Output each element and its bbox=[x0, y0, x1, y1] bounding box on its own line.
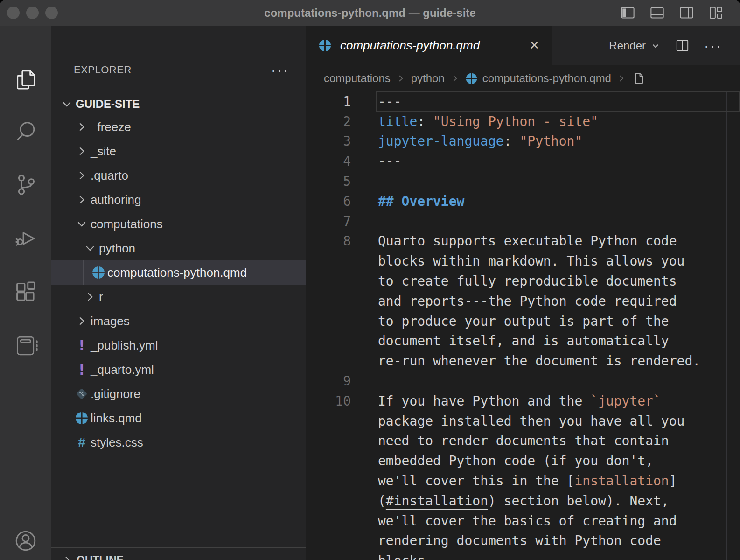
line-number: 8 bbox=[306, 233, 351, 249]
chevron-down-icon bbox=[60, 97, 74, 111]
activity-item-account[interactable] bbox=[13, 528, 39, 554]
editor-more-actions-icon[interactable]: ··· bbox=[704, 43, 722, 48]
tree-item-computations[interactable]: computations bbox=[51, 212, 306, 236]
code-line-wrap: to produce your output is part of the bbox=[306, 311, 740, 331]
chevron-right-icon bbox=[76, 121, 88, 133]
account-icon bbox=[13, 528, 38, 553]
activity-item-source-control[interactable] bbox=[13, 172, 39, 198]
tree-item-r[interactable]: r bbox=[51, 285, 306, 309]
quarto-file-icon bbox=[465, 72, 478, 85]
activity-item-search[interactable] bbox=[13, 118, 39, 144]
tree-item-freeze[interactable]: _freeze bbox=[51, 115, 306, 139]
chevron-right-icon bbox=[84, 291, 96, 303]
line-number: 10 bbox=[306, 393, 351, 409]
tree-root-guide-site[interactable]: GUIDE-SITE bbox=[51, 93, 306, 115]
breadcrumb-item-computations[interactable]: computations bbox=[324, 72, 391, 85]
code-line-8: 8Quarto supports executable Python code bbox=[306, 231, 740, 252]
source-control-icon bbox=[13, 172, 38, 197]
titlebar: computations-python.qmd — guide-site bbox=[0, 0, 740, 26]
quarto-file-icon bbox=[318, 39, 332, 52]
breadcrumb: computationspythoncomputations-python.qm… bbox=[306, 65, 740, 91]
code-line-wrap: re-run whenever the document is rendered… bbox=[306, 351, 740, 371]
tree-item-publish-yml[interactable]: !_publish.yml bbox=[51, 333, 306, 357]
tree-item-quarto[interactable]: .quarto bbox=[51, 163, 306, 188]
activity-item-extensions[interactable] bbox=[13, 279, 39, 305]
split-editor-button[interactable] bbox=[675, 38, 690, 53]
toggle-primary-sidebar-icon[interactable] bbox=[620, 5, 636, 21]
tree-item-authoring[interactable]: authoring bbox=[51, 188, 306, 212]
line-number: 5 bbox=[306, 174, 351, 189]
file-icon bbox=[632, 71, 646, 85]
chevron-right-icon bbox=[76, 315, 88, 327]
line-number: 2 bbox=[306, 114, 351, 129]
code-line-10: 10If you have Python and the `jupyter` bbox=[306, 391, 740, 411]
tree-item-links-qmd[interactable]: links.qmd bbox=[51, 406, 306, 430]
code-line-wrap: need to render documents that contain bbox=[306, 431, 740, 451]
line-number: 1 bbox=[306, 94, 351, 109]
tree-item-gitignore[interactable]: .gitignore bbox=[51, 382, 306, 406]
tab-computations-python[interactable]: computations-python.qmd ✕ bbox=[306, 26, 552, 65]
breadcrumb-item-file[interactable] bbox=[632, 71, 646, 85]
tree-item-site[interactable]: _site bbox=[51, 139, 306, 163]
file-tree: GUIDE-SITE_freeze_site.quartoauthoringco… bbox=[51, 93, 306, 455]
editor-group: computations-python.qmd ✕ Render ··· com… bbox=[306, 26, 740, 560]
extensions-icon bbox=[13, 280, 38, 305]
activity-item-notebook[interactable] bbox=[13, 333, 39, 359]
tree-item-quarto-yml[interactable]: !_quarto.yml bbox=[51, 357, 306, 382]
render-button[interactable]: Render bbox=[609, 39, 661, 52]
code-line-6: 6## Overview bbox=[306, 191, 740, 211]
chevron-right-icon bbox=[76, 145, 88, 157]
activity-item-run-and-debug[interactable] bbox=[13, 225, 39, 252]
breadcrumb-separator-icon bbox=[617, 74, 626, 83]
tree-item-styles-css[interactable]: #styles.css bbox=[51, 430, 306, 455]
explorer-more-actions-icon[interactable]: ··· bbox=[271, 68, 289, 72]
chevron-down-icon bbox=[76, 218, 88, 230]
code-line-wrap: to create fully reproducible documents bbox=[306, 271, 740, 291]
line-number: 6 bbox=[306, 194, 351, 209]
code-line-3: 3jupyter-language: "Python" bbox=[306, 132, 740, 152]
toggle-secondary-sidebar-icon[interactable] bbox=[678, 5, 695, 21]
code-line-4: 4--- bbox=[306, 151, 740, 171]
code-line-wrap: blocks within markdown. This allows you bbox=[306, 251, 740, 271]
quarto-file-icon bbox=[91, 266, 105, 280]
yaml-file-icon: ! bbox=[78, 337, 85, 354]
code-line-wrap: embedded Python code (if you don't, bbox=[306, 451, 740, 471]
tree-item-computations-python-qmd[interactable]: computations-python.qmd bbox=[51, 260, 306, 285]
breadcrumb-separator-icon bbox=[396, 74, 405, 83]
chevron-right-icon bbox=[62, 554, 73, 560]
breadcrumb-item-computations-python-qmd[interactable]: computations-python.qmd bbox=[465, 72, 611, 85]
git-file-icon bbox=[75, 387, 89, 401]
code-line-wrap: document itself, and is automatically bbox=[306, 331, 740, 351]
notebook-icon bbox=[13, 333, 38, 358]
code-line-wrap: package installed then you have all you bbox=[306, 411, 740, 431]
tree-item-images[interactable]: images bbox=[51, 309, 306, 333]
code-line-9: 9 bbox=[306, 371, 740, 391]
code-line-wrap: we'll cover the basics of creating and bbox=[306, 511, 740, 531]
breadcrumb-separator-icon bbox=[450, 74, 460, 83]
vscode-window: computations-python.qmd — guide-site EXP… bbox=[0, 0, 740, 560]
chevron-right-icon bbox=[76, 194, 88, 206]
explorer-sidebar: EXPLORER ··· GUIDE-SITE_freeze_site.quar… bbox=[51, 26, 306, 560]
code-line-wrap: and reports---the Python code required bbox=[306, 291, 740, 311]
code-line-2: 2title: "Using Python - site" bbox=[306, 112, 740, 132]
chevron-down-icon bbox=[650, 41, 661, 51]
outline-section-header[interactable]: OUTLINE bbox=[51, 547, 306, 560]
explorer-icon bbox=[13, 67, 38, 92]
breadcrumb-item-python[interactable]: python bbox=[411, 72, 445, 85]
editor-actions: Render ··· bbox=[552, 26, 740, 65]
line-number: 4 bbox=[306, 154, 351, 169]
activity-item-explorer[interactable] bbox=[13, 67, 39, 93]
editor-code-area[interactable]: 1---2title: "Using Python - site"3jupyte… bbox=[306, 91, 740, 560]
code-line-wrap: we'll cover this in the [installation] bbox=[306, 471, 740, 491]
customize-layout-icon[interactable] bbox=[708, 5, 724, 21]
toggle-panel-icon[interactable] bbox=[649, 5, 665, 21]
tree-item-python[interactable]: python bbox=[51, 236, 306, 260]
tab-bar: computations-python.qmd ✕ Render ··· bbox=[306, 26, 740, 65]
close-tab-icon[interactable]: ✕ bbox=[529, 38, 539, 53]
activity-bar bbox=[0, 26, 51, 560]
code-line-5: 5 bbox=[306, 171, 740, 191]
code-line-wrap: blocks bbox=[306, 551, 740, 560]
line-number: 9 bbox=[306, 373, 351, 389]
line-number: 7 bbox=[306, 214, 351, 229]
code-line-7: 7 bbox=[306, 211, 740, 231]
